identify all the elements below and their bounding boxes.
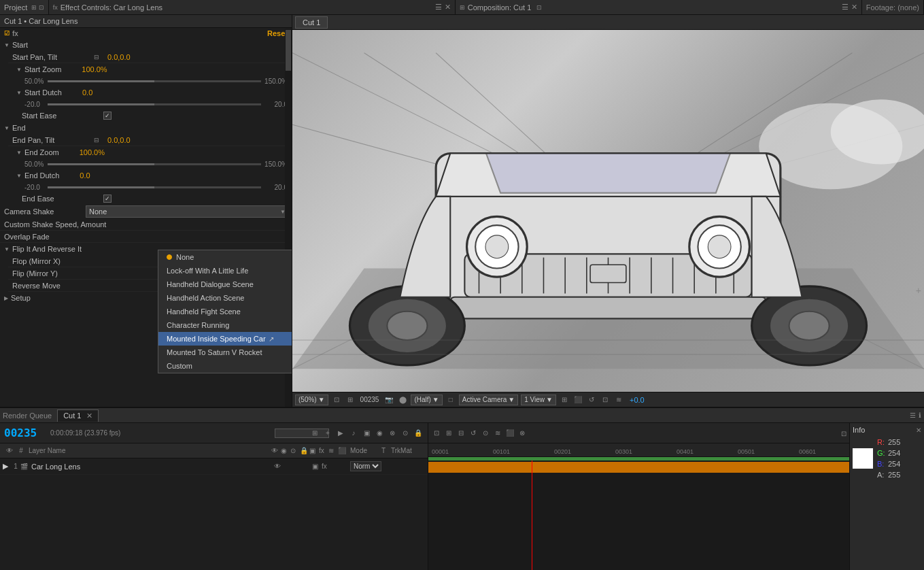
- zoom-dropdown[interactable]: (50%) ▼: [295, 395, 328, 405]
- start-group-header[interactable]: ▼ Start: [0, 39, 292, 51]
- tl-btn3[interactable]: ⊟: [456, 428, 466, 439]
- start-zoom-track[interactable]: [48, 80, 261, 82]
- comp-tab-cut1[interactable]: Cut 1: [295, 16, 328, 29]
- video-icon[interactable]: ▣: [361, 428, 372, 439]
- audio-icon[interactable]: ◉: [374, 428, 385, 439]
- tl-btn2[interactable]: ⊞: [443, 428, 454, 439]
- view-options-icon[interactable]: ⊞: [559, 395, 570, 405]
- dropdown-option-handheld-dialogue[interactable]: Handheld Dialogue Scene: [158, 278, 292, 291]
- dropdown-option-lockoff[interactable]: Lock-off With A Little Life: [158, 264, 292, 278]
- mute-icon[interactable]: ⊗: [387, 428, 398, 439]
- camera-shake-dropdown[interactable]: None ▼: [86, 205, 289, 218]
- fx-checkbox-icon[interactable]: ☑: [4, 30, 10, 37]
- tl-btn4[interactable]: ↺: [468, 428, 479, 439]
- end-dutch-slider[interactable]: -20.0 20.0: [8, 182, 292, 192]
- 3d-icon[interactable]: ⬛: [572, 395, 583, 405]
- layer-eye-icon[interactable]: 👁: [274, 463, 284, 470]
- end-zoom-track[interactable]: [48, 163, 261, 165]
- reset-icon[interactable]: ↺: [586, 395, 597, 405]
- tl-btn6[interactable]: ≋: [492, 428, 503, 439]
- end-dutch-track[interactable]: [48, 186, 261, 188]
- quality-dropdown[interactable]: (Half) ▼: [411, 395, 442, 405]
- composition-tab-header[interactable]: ⊞ Composition: Cut 1 ⊡ ☰ ✕: [456, 0, 862, 14]
- end-zoom-group[interactable]: ▼ End Zoom 100.0%: [8, 146, 292, 158]
- dropdown-option-custom[interactable]: Custom: [158, 359, 292, 373]
- start-dutch-group[interactable]: ▼ Start Dutch 0.0: [8, 86, 292, 99]
- cursor-indicator: ↗: [269, 335, 274, 343]
- svg-point-34: [708, 235, 731, 258]
- composition-panel: Cut 1: [292, 15, 924, 407]
- tl-overflow-icon[interactable]: ⊡: [841, 430, 846, 437]
- end-dutch-group[interactable]: ▼ End Dutch 0.0: [8, 169, 292, 182]
- cut1-close-icon[interactable]: ✕: [86, 412, 92, 420]
- timeline-tools-icon[interactable]: ⊞: [309, 428, 320, 439]
- fit-icon[interactable]: ⊡: [331, 395, 342, 405]
- new-comp-icon[interactable]: +: [322, 428, 333, 439]
- start-zoom-slider[interactable]: 50.0% 150.0%: [8, 76, 292, 86]
- end-dutch-value[interactable]: 0.0: [80, 171, 90, 180]
- start-dutch-slider[interactable]: -20.0 20.0: [8, 99, 292, 110]
- layer-fx3-icon[interactable]: fx: [322, 463, 331, 470]
- effect-controls-tab[interactable]: fx Effect Controls: Car Long Lens ☰ ✕: [49, 0, 456, 14]
- effect-controls-menu-icon[interactable]: ☰: [435, 3, 442, 12]
- grid-icon[interactable]: ⊞: [345, 395, 356, 405]
- lock2-icon[interactable]: 🔒: [413, 428, 424, 439]
- timeline-timecode[interactable]: 00235: [4, 426, 45, 439]
- info-close-icon[interactable]: ✕: [916, 426, 921, 434]
- end-zoom-value[interactable]: 100.0%: [80, 148, 105, 156]
- camera-view-dropdown[interactable]: Active Camera ▼: [459, 395, 518, 405]
- timeline-info-icon[interactable]: ℹ: [919, 412, 921, 419]
- solo-icon[interactable]: ⊙: [400, 428, 411, 439]
- render-queue-tab[interactable]: Render Queue: [3, 412, 52, 420]
- dropdown-option-none[interactable]: None: [158, 250, 292, 264]
- project-panel-tab[interactable]: Project ⊞ ⊡: [0, 0, 49, 14]
- comp-menu-icon[interactable]: ☰: [842, 3, 849, 12]
- svg-rect-35: [450, 297, 766, 319]
- timeline-search-input[interactable]: [275, 429, 329, 438]
- dropdown-option-handheld-fight[interactable]: Handheld Fight Scene: [158, 305, 292, 318]
- start-zoom-value[interactable]: 100.0%: [82, 65, 107, 73]
- plus-icon[interactable]: +: [916, 285, 921, 296]
- playhead[interactable]: [532, 460, 532, 474]
- timeline-menu-icon[interactable]: ☰: [910, 412, 916, 419]
- dropdown-option-handheld-action[interactable]: Handheld Action Scene: [158, 291, 292, 305]
- end-zoom-slider[interactable]: 50.0% 150.0%: [8, 158, 292, 169]
- layer-duration-bar[interactable]: [428, 462, 849, 473]
- tl-btn5[interactable]: ⊙: [480, 428, 491, 439]
- tl-btn7[interactable]: ⬛: [504, 428, 515, 439]
- end-pan-tilt-value[interactable]: 0.0,0.0: [107, 136, 131, 144]
- color-icon[interactable]: ⬤: [397, 395, 408, 405]
- start-pan-tilt-value[interactable]: 0.0,0.0: [107, 53, 131, 61]
- search-icon[interactable]: [296, 428, 307, 439]
- fx-plugin-header[interactable]: ☑ fx Reset: [0, 28, 292, 39]
- camera-toolbar-icon[interactable]: 📷: [383, 395, 394, 405]
- end-group-header[interactable]: ▼ End: [0, 122, 292, 134]
- render-comp-icon[interactable]: ▶: [335, 428, 346, 439]
- start-dutch-track[interactable]: [48, 103, 261, 105]
- dropdown-option-mounted-saturn[interactable]: Mounted To Saturn V Rocket: [158, 346, 292, 359]
- layer-mode[interactable]: Normi: [350, 461, 384, 471]
- dropdown-option-mounted-speeding[interactable]: Mounted Inside Speeding Car ↗: [158, 332, 292, 346]
- start-dutch-value[interactable]: 0.0: [82, 88, 92, 97]
- add-keyframe-btn[interactable]: +: [916, 285, 921, 296]
- effect-controls-close-icon[interactable]: ✕: [445, 3, 451, 12]
- info-panel: Info ✕ R: 255 G: 254 B: 254: [849, 423, 924, 570]
- snap-icon[interactable]: ⊡: [600, 395, 611, 405]
- scrollbar-thumb[interactable]: [286, 30, 291, 71]
- end-group-props: End Pan, Tilt ⊟ 0.0,0.0 ▼ End Zoom 100.0…: [0, 134, 292, 205]
- start-zoom-group[interactable]: ▼ Start Zoom 100.0%: [8, 63, 292, 76]
- layer-expand-icon[interactable]: ▶: [0, 462, 11, 471]
- end-ease-checkbox[interactable]: ✓: [103, 195, 112, 203]
- layer-collapse-icon[interactable]: ▣: [312, 463, 322, 470]
- start-ease-checkbox[interactable]: ✓: [103, 112, 112, 120]
- dropdown-option-character-running[interactable]: Character Running: [158, 318, 292, 332]
- cut1-timeline-tab[interactable]: Cut 1 ✕: [57, 409, 98, 422]
- view-dropdown[interactable]: 1 View ▼: [521, 395, 556, 405]
- mode-select[interactable]: Normi: [350, 461, 381, 471]
- render-icon[interactable]: □: [445, 395, 456, 405]
- sound-icon[interactable]: ♪: [348, 428, 359, 439]
- motion-blur-icon[interactable]: ≋: [613, 395, 624, 405]
- tl-btn1[interactable]: ⊡: [431, 428, 442, 439]
- comp-close-icon[interactable]: ✕: [851, 3, 857, 12]
- tl-btn8[interactable]: ⊗: [517, 428, 528, 439]
